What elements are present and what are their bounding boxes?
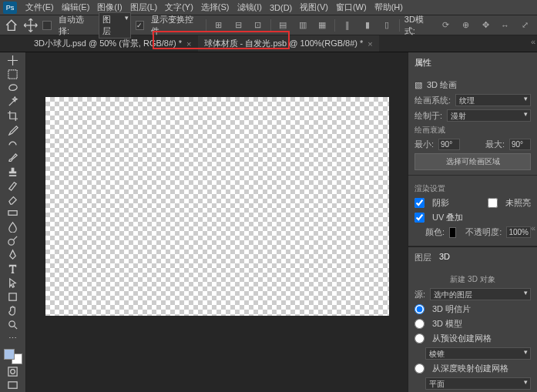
- stamp-tool-icon[interactable]: [2, 165, 24, 178]
- source-label: 源:: [414, 289, 425, 300]
- menu-item[interactable]: 视图(V): [296, 2, 332, 13]
- lasso-tool-icon[interactable]: [2, 82, 24, 95]
- gradient-tool-icon[interactable]: [2, 206, 24, 219]
- eraser-tool-icon[interactable]: [2, 193, 24, 206]
- color-chip[interactable]: [449, 227, 456, 238]
- history-brush-icon[interactable]: [2, 179, 24, 192]
- postcard-radio[interactable]: [414, 304, 425, 314]
- svg-rect-3: [9, 293, 16, 300]
- properties-tab[interactable]: 属性: [414, 57, 431, 69]
- align-icon[interactable]: ⊞: [211, 18, 227, 32]
- eyedropper-tool-icon[interactable]: [2, 123, 24, 136]
- svg-point-6: [11, 370, 15, 374]
- 3d-mode-icon[interactable]: ✥: [478, 18, 493, 32]
- unlit-label: 未照亮: [505, 197, 531, 209]
- svg-point-4: [9, 320, 15, 327]
- 3d-mode-icon[interactable]: ↔: [498, 18, 513, 32]
- tool-palette: ⋯: [0, 52, 26, 392]
- wand-tool-icon[interactable]: [2, 95, 24, 109]
- opacity-input[interactable]: 100%: [506, 226, 531, 238]
- postcard-label: 3D 明信片: [432, 303, 471, 315]
- color-swatches[interactable]: [4, 349, 22, 364]
- svg-rect-7: [8, 382, 17, 388]
- pen-tool-icon[interactable]: [2, 248, 24, 261]
- depth-dropdown[interactable]: 平面: [425, 377, 531, 390]
- move-tool-icon[interactable]: [23, 18, 39, 32]
- preset-dropdown[interactable]: 棱锥: [425, 347, 531, 360]
- max-input[interactable]: 90°: [509, 139, 531, 150]
- shadow-checkbox[interactable]: [414, 198, 425, 208]
- uv-overlay-checkbox[interactable]: [414, 213, 425, 223]
- tab-close-icon[interactable]: ×: [368, 39, 372, 49]
- fg-color-swatch[interactable]: [4, 349, 15, 360]
- 3d-mode-icon[interactable]: ⟳: [438, 18, 454, 32]
- menu-item[interactable]: 编辑(E): [58, 2, 94, 13]
- 3d-mode-icon[interactable]: ⤢: [517, 18, 532, 32]
- blur-tool-icon[interactable]: [2, 220, 24, 233]
- min-label: 最小:: [414, 139, 434, 150]
- document-tab-bar: 3D小球儿.psd @ 50% (背景, RGB/8#) *× 球体材质 - 自…: [0, 35, 537, 52]
- unlit-checkbox[interactable]: [488, 198, 498, 208]
- model-radio[interactable]: [414, 319, 425, 329]
- panel-collapse-icon[interactable]: «: [531, 37, 535, 46]
- uv-overlay-label: UV 叠加: [432, 212, 463, 223]
- menu-item[interactable]: 3D(D): [266, 3, 296, 12]
- dodge-tool-icon[interactable]: [2, 234, 24, 247]
- panel-tabs: 图层 3D: [408, 246, 537, 266]
- distribute-icon[interactable]: ▮: [360, 18, 375, 32]
- align-icon[interactable]: ⊡: [250, 18, 266, 32]
- path-select-icon[interactable]: [2, 276, 24, 290]
- source-dropdown[interactable]: 选中的图层: [430, 288, 531, 300]
- depth-radio[interactable]: [414, 364, 425, 374]
- svg-rect-1: [8, 211, 17, 216]
- layers-tab[interactable]: 图层: [414, 252, 431, 263]
- min-input[interactable]: 90°: [438, 139, 460, 150]
- menu-item[interactable]: 窗口(W): [332, 2, 371, 13]
- menu-item[interactable]: 文件(E): [22, 2, 58, 13]
- tab-close-icon[interactable]: ×: [186, 39, 191, 49]
- zoom-tool-icon[interactable]: [2, 318, 24, 331]
- distribute-icon[interactable]: ‖: [340, 18, 355, 32]
- svg-point-2: [8, 240, 15, 246]
- auto-select-checkbox[interactable]: [42, 21, 52, 30]
- more-tools-icon[interactable]: ⋯: [2, 332, 24, 345]
- render-label: 渲染设置: [414, 183, 531, 194]
- home-icon[interactable]: [5, 18, 18, 32]
- paint-to-dropdown[interactable]: 漫射: [447, 109, 531, 122]
- menu-item[interactable]: 滤镜(I): [233, 2, 266, 13]
- show-transform-checkbox[interactable]: [136, 21, 145, 30]
- type-tool-icon[interactable]: [2, 262, 24, 275]
- align-icon[interactable]: ▤: [276, 18, 291, 32]
- screenmode-icon[interactable]: [2, 379, 24, 392]
- auto-select-dropdown[interactable]: 图层: [99, 12, 131, 39]
- menu-item[interactable]: 文字(Y): [161, 2, 197, 13]
- move-tool-icon[interactable]: [2, 54, 24, 67]
- align-icon[interactable]: ⊟: [230, 18, 246, 32]
- preset-radio[interactable]: [414, 333, 425, 343]
- panel-collapse-icon[interactable]: «: [531, 223, 535, 233]
- 3d-tab[interactable]: 3D: [439, 252, 450, 263]
- shape-tool-icon[interactable]: [2, 290, 24, 303]
- document-tab[interactable]: 球体材质 - 自发光.psb @ 100%(RGB/8#) *×: [198, 35, 379, 52]
- menu-item[interactable]: 帮助(H): [371, 2, 407, 13]
- canvas-area[interactable]: [26, 52, 408, 392]
- quickmask-icon[interactable]: [2, 365, 24, 378]
- shadow-label: 阴影: [432, 197, 449, 209]
- crop-tool-icon[interactable]: [2, 109, 24, 122]
- show-transform-label: 显示变换控件: [151, 14, 201, 37]
- document-canvas[interactable]: [45, 97, 389, 316]
- menu-item[interactable]: 选择(S): [197, 2, 233, 13]
- hand-tool-icon[interactable]: [2, 304, 24, 317]
- align-icon[interactable]: ▥: [295, 18, 310, 32]
- 3d-mode-icon[interactable]: ⊕: [458, 18, 474, 32]
- align-icon[interactable]: ▦: [315, 18, 331, 32]
- heal-tool-icon[interactable]: [2, 137, 24, 150]
- paint-system-dropdown[interactable]: 纹理: [455, 94, 531, 106]
- brush-tool-icon[interactable]: [2, 151, 24, 164]
- menu-item[interactable]: 图层(L): [126, 2, 161, 13]
- separator: [334, 19, 335, 32]
- marquee-tool-icon[interactable]: [2, 68, 24, 81]
- fade-label: 绘画衰减: [414, 125, 531, 136]
- select-area-button[interactable]: 选择可绘画区域: [414, 153, 531, 170]
- distribute-icon[interactable]: ▯: [379, 18, 394, 32]
